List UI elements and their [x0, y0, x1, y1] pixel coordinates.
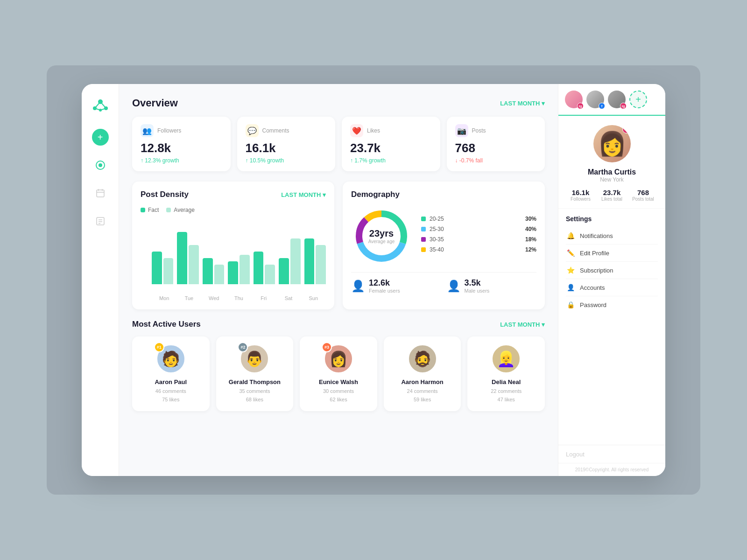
most-active-filter[interactable]: LAST MONTH ▾	[500, 321, 545, 328]
profile-likes-label: Likes total	[597, 196, 627, 202]
settings-notifications[interactable]: 🔔 Notifications	[566, 227, 658, 245]
post-density-filter[interactable]: LAST MONTH ▾	[281, 191, 326, 198]
main-content: Overview LAST MONTH ▾ 👥 Followers 12.8k …	[119, 84, 558, 476]
accounts-bar: ig f ig +	[558, 84, 665, 116]
user-avatar-wrap-0: 🧑#1	[156, 344, 186, 374]
bar-group-Thu	[228, 255, 249, 284]
copyright: 2019©Copyright. All rights reserved	[558, 463, 665, 476]
settings-accounts[interactable]: 👤 Accounts	[566, 279, 658, 296]
account-3[interactable]: ig	[608, 91, 626, 108]
profile-avatar: 👩 ig	[593, 125, 631, 162]
settings-section: Settings 🔔 Notifications ✏️ Edit Profile…	[558, 209, 665, 445]
stat-cards: 👥 Followers 12.8k ↑ 12.3% growth 💬 Comme…	[132, 117, 545, 171]
svg-line-5	[100, 102, 106, 108]
comments-value: 16.1k	[246, 141, 327, 155]
ig-badge-1: ig	[577, 103, 584, 109]
female-value: 12.6k	[369, 278, 400, 288]
user-card-3: 🧔Aaron Harmon24 comments 59 likes	[384, 336, 461, 411]
add-account-button[interactable]: +	[629, 91, 647, 108]
demography-title: Demography	[351, 190, 536, 199]
followers-icon: 👥	[141, 124, 154, 137]
profile-likes-value: 23.7k	[597, 189, 627, 196]
most-active-section: Most Active Users LAST MONTH ▾ 🧑#1Aaron …	[132, 320, 545, 411]
sidebar-item-analytics[interactable]	[92, 157, 109, 174]
logout-label: Logout	[566, 451, 585, 458]
male-item: 👤 3.5k Male users	[447, 278, 537, 294]
user-name-1: Gerald Thompson	[222, 378, 288, 385]
bar-group-Sun	[304, 238, 326, 284]
posts-value: 768	[455, 141, 537, 155]
avg-bar-Tue	[189, 245, 199, 284]
settings-password[interactable]: 🔒 Password	[566, 296, 658, 313]
profile-followers-label: Followers	[566, 196, 595, 202]
likes-icon: ❤️	[350, 124, 363, 137]
overview-filter[interactable]: LAST MONTH ▾	[500, 100, 545, 107]
profile-posts-stat: 768 Posts total	[628, 189, 658, 202]
avg-bar-Sat	[290, 238, 301, 284]
subscription-label: Subscription	[580, 267, 613, 274]
profile-ig-badge: ig	[622, 125, 631, 133]
notifications-label: Notifications	[580, 232, 613, 239]
user-name-2: Eunice Walsh	[305, 378, 372, 385]
fb-badge: f	[599, 103, 605, 109]
sidebar-item-notes[interactable]	[92, 213, 109, 230]
password-label: Password	[580, 301, 606, 308]
svg-point-9	[99, 163, 102, 167]
account-2[interactable]: f	[586, 91, 604, 108]
fact-bar-Tue	[177, 232, 187, 284]
demo-dot-20-25	[421, 217, 426, 221]
user-avatar-wrap-4: 👱‍♀️	[491, 344, 521, 374]
donut-sub: Average age	[368, 239, 395, 244]
avg-bar-Thu	[240, 255, 250, 284]
right-panel: ig f ig + 👩 ig Martha Curtis New York	[558, 84, 665, 476]
svg-rect-10	[97, 190, 104, 197]
post-density-card: Post Density LAST MONTH ▾ Fact Average	[132, 182, 334, 309]
bar-group-Mon	[152, 252, 173, 284]
user-name-3: Aaron Harmon	[389, 378, 456, 385]
user-card-1: 👨#2Gerald Thompson35 comments 68 likes	[216, 336, 294, 411]
demo-item-25-30: 25-30 40%	[421, 226, 536, 232]
male-icon: 👤	[447, 280, 461, 293]
most-active-title: Most Active Users	[132, 320, 201, 329]
stat-card-posts: 📷 Posts 768 ↓ -0.7% fall	[447, 117, 545, 171]
account-1[interactable]: ig	[565, 91, 583, 108]
profile-location: New York	[600, 176, 624, 183]
bar-group-Fri	[254, 252, 275, 284]
sidebar-item-schedule[interactable]	[92, 185, 109, 202]
settings-title: Settings	[566, 215, 658, 223]
profile-section: 👩 ig Martha Curtis New York 16.1k Follow…	[558, 116, 665, 209]
avg-bar-Mon	[163, 258, 174, 284]
posts-growth: ↓ -0.7% fall	[455, 157, 537, 164]
demo-item-30-35: 30-35 18%	[421, 236, 536, 243]
rank-badge-2: #3	[322, 342, 332, 352]
followers-value: 12.8k	[141, 141, 222, 155]
add-button[interactable]: +	[92, 129, 109, 146]
avg-bar-Fri	[265, 265, 275, 284]
profile-stats: 16.1k Followers 23.7k Likes total 768 Po…	[566, 189, 658, 202]
bar-label-Tue: Tue	[176, 295, 201, 301]
settings-subscription[interactable]: ⭐ Subscription	[566, 262, 658, 279]
profile-likes-stat: 23.7k Likes total	[597, 189, 627, 202]
user-stats-1: 35 comments 68 likes	[222, 387, 288, 404]
user-stats-4: 22 comments 47 likes	[473, 387, 539, 404]
star-icon: ⭐	[566, 266, 575, 275]
donut-chart: 23yrs Average age	[351, 206, 412, 266]
logout-item[interactable]: Logout	[558, 445, 665, 463]
bar-label-Thu: Thu	[226, 295, 251, 301]
user-avatar-4: 👱‍♀️	[491, 344, 521, 374]
fact-bar-Wed	[203, 258, 213, 284]
donut-value: 23yrs	[368, 228, 395, 239]
avg-bar-Sun	[316, 245, 326, 284]
donut-center: 23yrs Average age	[368, 228, 395, 244]
fact-bar-Sun	[304, 238, 315, 284]
user-name-0: Aaron Paul	[138, 378, 204, 385]
bell-icon: 🔔	[566, 231, 575, 240]
user-name-4: Delia Neal	[473, 378, 539, 385]
bar-label-Wed: Wed	[202, 295, 226, 301]
bar-label-Mon: Mon	[152, 295, 176, 301]
profile-posts-label: Posts total	[628, 196, 658, 202]
user-stats-3: 24 comments 59 likes	[389, 387, 456, 404]
profile-posts-value: 768	[628, 189, 658, 196]
post-density-title: Post Density	[141, 190, 189, 199]
settings-edit-profile[interactable]: ✏️ Edit Profile	[566, 245, 658, 262]
